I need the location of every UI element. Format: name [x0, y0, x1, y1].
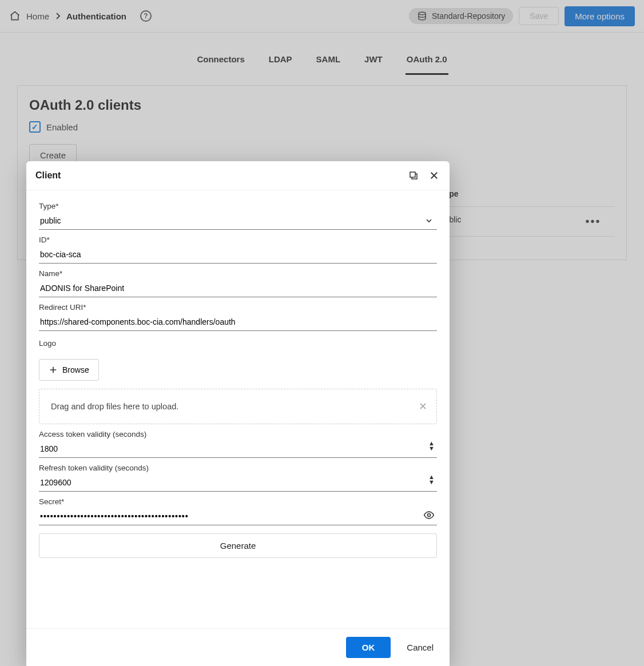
- name-input[interactable]: [39, 280, 437, 297]
- logo-dropzone[interactable]: Drag and drop files here to upload. ✕: [39, 389, 437, 424]
- modal-title: Client: [35, 170, 399, 181]
- browse-button[interactable]: Browse: [39, 359, 99, 381]
- access-token-input[interactable]: [39, 441, 437, 458]
- refresh-label: Refresh token validity (seconds): [39, 464, 437, 472]
- secret-input[interactable]: [39, 508, 437, 525]
- generate-button[interactable]: Generate: [39, 533, 437, 558]
- close-icon[interactable]: [428, 169, 440, 182]
- access-spinner[interactable]: ▲▼: [428, 441, 435, 451]
- cancel-button[interactable]: Cancel: [403, 642, 437, 653]
- eye-icon[interactable]: [423, 509, 435, 523]
- modal-footer: OK Cancel: [26, 628, 450, 666]
- refresh-spinner[interactable]: ▲▼: [428, 474, 435, 485]
- type-label: Type*: [39, 202, 437, 210]
- browse-label: Browse: [62, 365, 89, 374]
- svg-rect-1: [410, 172, 415, 177]
- expand-icon[interactable]: [407, 169, 420, 182]
- logo-label: Logo: [39, 339, 437, 348]
- client-modal: Client Type* ID* Name* Redirec: [26, 161, 450, 666]
- secret-label: Secret*: [39, 497, 437, 506]
- redirect-label: Redirect URI*: [39, 303, 437, 312]
- id-label: ID*: [39, 236, 437, 244]
- ok-button[interactable]: OK: [346, 637, 391, 658]
- access-label: Access token validity (seconds): [39, 430, 437, 438]
- svg-point-2: [428, 514, 431, 517]
- modal-body: Type* ID* Name* Redirect URI* Logo: [26, 190, 450, 628]
- id-input[interactable]: [39, 246, 437, 264]
- refresh-token-input[interactable]: [39, 474, 437, 492]
- modal-header: Client: [26, 161, 450, 190]
- redirect-input[interactable]: [39, 314, 437, 331]
- dropzone-clear-icon[interactable]: ✕: [419, 400, 427, 413]
- type-select[interactable]: [39, 213, 437, 230]
- dropzone-text: Drag and drop files here to upload.: [51, 402, 178, 411]
- name-label: Name*: [39, 269, 437, 278]
